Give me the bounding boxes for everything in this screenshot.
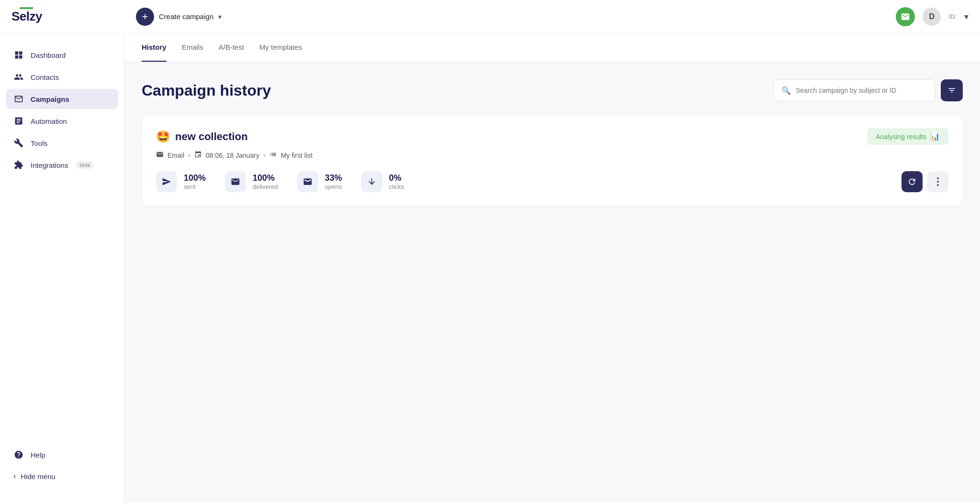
sidebar: Dashboard Contacts Campaigns Automation: [0, 33, 124, 503]
integrations-icon: [13, 160, 24, 170]
sidebar-item-dashboard[interactable]: Dashboard: [6, 45, 118, 65]
clicks-label: clicks: [389, 183, 404, 190]
delivered-percent: 100%: [253, 173, 278, 183]
envelope-icon: [901, 12, 910, 22]
automation-icon: [13, 116, 24, 126]
email-type-icon: [156, 151, 164, 160]
clicks-icon: [367, 177, 377, 186]
sidebar-item-integrations[interactable]: Integrations beta: [6, 155, 118, 175]
sidebar-nav: Dashboard Contacts Campaigns Automation: [0, 45, 124, 439]
refresh-icon: [907, 177, 917, 186]
chevron-left-icon: ‹: [13, 472, 16, 481]
search-input[interactable]: [796, 87, 928, 94]
campaign-meta: Email • 08:06, 18 January • My first lis…: [156, 151, 948, 160]
filter-button[interactable]: [941, 79, 963, 101]
search-icon: 🔍: [781, 86, 791, 95]
hide-menu-button[interactable]: ‹ Hide menu: [11, 467, 112, 486]
tab-history[interactable]: History: [142, 33, 167, 62]
sidebar-label-integrations: Integrations: [31, 161, 68, 169]
tab-emails[interactable]: Emails: [182, 33, 203, 62]
page-title: Campaign history: [142, 82, 271, 99]
sidebar-item-contacts[interactable]: Contacts: [6, 67, 118, 87]
contacts-icon: [13, 72, 24, 82]
clicks-percent: 0%: [389, 173, 404, 183]
app-body: Dashboard Contacts Campaigns Automation: [0, 33, 980, 503]
bar-chart-icon: 📊: [930, 132, 940, 141]
sidebar-label-automation: Automation: [31, 117, 67, 125]
more-options-button[interactable]: [927, 171, 948, 192]
help-icon: [13, 450, 24, 459]
sidebar-label-contacts: Contacts: [31, 73, 59, 81]
sidebar-label-campaigns: Campaigns: [31, 95, 69, 103]
tab-my-templates[interactable]: My templates: [259, 33, 302, 62]
main-content: History Emails A/B-test My templates Cam…: [124, 33, 980, 503]
header-right: D ID: ▾: [896, 7, 969, 26]
opens-icon-box: [297, 171, 318, 192]
sidebar-item-tools[interactable]: Tools: [6, 133, 118, 153]
sidebar-bottom: Help ‹ Hide menu: [0, 439, 124, 492]
tools-icon: [13, 138, 24, 148]
opens-label: opens: [325, 183, 342, 190]
status-badge: Analysing results 📊: [867, 128, 948, 145]
sidebar-item-help[interactable]: Help: [11, 445, 112, 465]
campaign-name: 🤩 new collection: [156, 130, 248, 143]
sidebar-label-dashboard: Dashboard: [31, 51, 66, 59]
search-filter-row: 🔍: [773, 79, 963, 101]
logo: Selzy: [11, 9, 136, 24]
header-center: + Create campaign ▾: [136, 8, 896, 26]
plus-icon: +: [136, 8, 154, 26]
chevron-down-icon: ▾: [218, 13, 222, 21]
tabs-bar: History Emails A/B-test My templates: [124, 33, 980, 62]
campaign-actions: [902, 171, 948, 192]
sidebar-label-help: Help: [31, 451, 45, 459]
content-header: Campaign history 🔍: [142, 79, 963, 101]
grid-icon: [13, 50, 24, 60]
campaign-card-header: 🤩 new collection Analysing results 📊: [156, 128, 948, 145]
sent-icon: [162, 177, 171, 186]
app-header: Selzy + Create campaign ▾ D ID: ▾: [0, 0, 980, 33]
stat-delivered: 100% delivered: [225, 171, 278, 192]
sidebar-item-automation[interactable]: Automation: [6, 111, 118, 131]
tab-ab-test[interactable]: A/B-test: [219, 33, 244, 62]
delivered-icon: [231, 177, 240, 186]
stat-opens: 33% opens: [297, 171, 342, 192]
campaigns-icon: [13, 94, 24, 104]
stat-sent: 100% sent: [156, 171, 206, 192]
delivered-label: delivered: [253, 183, 278, 190]
logo-text: Selzy: [11, 9, 42, 24]
stat-clicks: 0% clicks: [361, 171, 404, 192]
sent-label: sent: [184, 183, 206, 190]
refresh-button[interactable]: [902, 171, 923, 192]
sidebar-item-campaigns[interactable]: Campaigns: [6, 89, 118, 109]
campaign-emoji: 🤩: [156, 130, 170, 143]
campaign-card: 🤩 new collection Analysing results 📊 Ema…: [142, 115, 963, 206]
create-campaign-button[interactable]: + Create campaign ▾: [136, 8, 222, 26]
hide-menu-label: Hide menu: [21, 472, 56, 481]
campaign-stats-row: 100% sent 100% delivered: [156, 171, 948, 192]
campaign-stats: 100% sent 100% delivered: [156, 171, 404, 192]
list-icon: [269, 151, 277, 160]
create-campaign-label: Create campaign: [159, 12, 213, 21]
user-menu-chevron-icon[interactable]: ▾: [964, 11, 969, 22]
more-options-icon: [937, 177, 939, 186]
filter-icon: [947, 86, 956, 95]
sent-percent: 100%: [184, 173, 206, 183]
opens-percent: 33%: [325, 173, 342, 183]
delivered-icon-box: [225, 171, 246, 192]
user-id-label: ID:: [948, 13, 957, 20]
beta-badge: beta: [77, 161, 92, 169]
notification-button[interactable]: [896, 7, 915, 26]
search-box: 🔍: [773, 79, 936, 101]
opens-icon: [303, 177, 312, 186]
avatar[interactable]: D: [923, 8, 941, 26]
sidebar-label-tools: Tools: [31, 139, 47, 147]
content-area: Campaign history 🔍: [124, 62, 980, 223]
calendar-icon: [194, 151, 202, 160]
sent-icon-box: [156, 171, 177, 192]
clicks-icon-box: [361, 171, 382, 192]
